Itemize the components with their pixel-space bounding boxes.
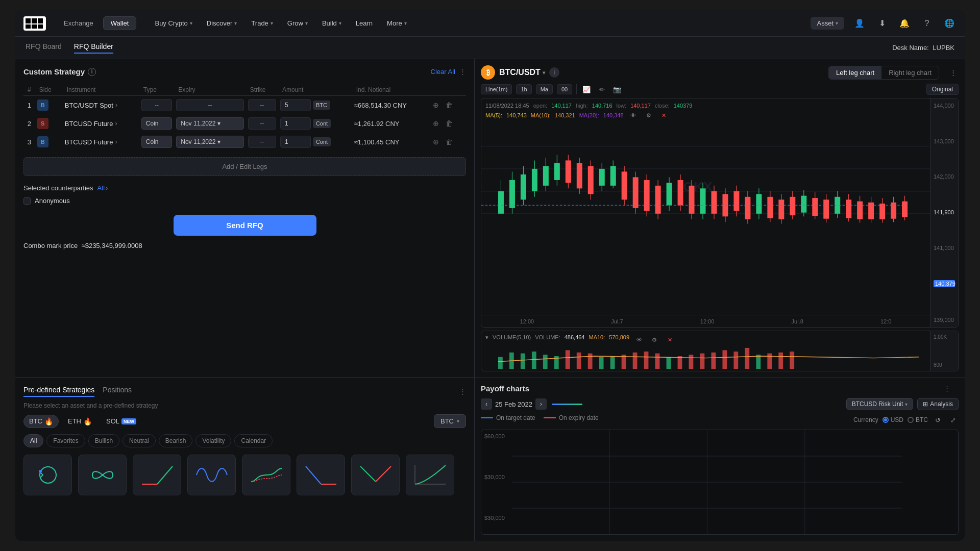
send-rfq-button[interactable]: Send RFQ [174,215,316,236]
category-filters: All Favorites Bullish Neutral Bearish Vo… [23,434,466,447]
payoff-refresh-icon[interactable]: ↺ [932,414,943,425]
learn-menu[interactable]: Learn [350,17,379,30]
cat-bullish-btn[interactable]: Bullish [88,434,119,447]
anonymous-checkbox[interactable] [23,197,31,205]
grow-menu[interactable]: Grow ▾ [281,17,314,30]
strategy-card-5[interactable] [242,455,290,495]
ma-eye-icon[interactable]: 👁 [628,110,639,121]
pair-info-icon[interactable]: i [549,67,559,78]
asset-button[interactable]: Asset ▾ [811,17,844,30]
cat-favorites-btn[interactable]: Favorites [46,434,85,447]
anonymous-label: Anonymous [35,197,70,205]
line-timeframe-btn[interactable]: Line(1m) [481,84,512,94]
clear-all-button[interactable]: Clear All [431,68,455,76]
delete-btn-3[interactable]: 🗑 [444,137,454,147]
svg-rect-115 [711,353,716,369]
type-input-1[interactable]: -- [141,99,172,111]
screenshot-icon[interactable]: 📷 [611,84,623,95]
globe-icon[interactable]: 🌐 [942,16,957,31]
risk-unit-dropdown[interactable]: BTCUSD Risk Unit ▾ [846,398,914,410]
info-icon[interactable]: i [88,68,96,76]
rfq-board-tab[interactable]: RFQ Board [26,42,62,54]
exchange-tab[interactable]: Exchange [56,16,101,30]
ma-settings-icon[interactable]: ⚙ [643,110,654,121]
payoff-more-icon[interactable]: ⋮ [944,385,950,392]
duplicate-btn-3[interactable]: ⊕ [431,137,441,147]
all-counterparties-link[interactable]: All › [97,184,108,192]
strike-input-1[interactable]: -- [248,99,276,111]
strategy-card-2[interactable] [78,455,127,495]
analysis-button[interactable]: ⊞ Analysis [917,398,959,410]
ma-close-icon[interactable]: ✕ [658,110,670,121]
left-leg-chart-tab[interactable]: Left leg chart [829,66,881,79]
strategies-tab[interactable]: Pre-defined Strategies [23,386,94,397]
btc-radio[interactable]: BTC [908,416,928,423]
leg-number-1: 1 [23,96,35,115]
ma-btn[interactable]: Ma [536,84,553,94]
amount-input-3[interactable]: 1 [280,136,311,148]
amount-input-2[interactable]: 1 [280,117,311,130]
strategy-card-6[interactable] [297,455,345,495]
duplicate-btn-1[interactable]: ⊕ [431,100,441,110]
trade-menu[interactable]: Trade ▾ [245,17,279,30]
sol-asset-btn[interactable]: SOL NEW [101,415,141,427]
date-slider[interactable] [552,404,582,405]
pair-name-dropdown[interactable]: BTC/USDT ▾ [499,68,545,77]
trend-icon[interactable]: 📈 [581,84,592,95]
col-type: Type [139,84,174,96]
amount-input-1[interactable]: 5 [280,99,311,111]
btc-asset-btn[interactable]: BTC 🔥 [23,415,59,428]
date-prev-btn[interactable]: ‹ [481,398,492,410]
pre-defined-more-icon[interactable]: ⋮ [459,388,466,395]
wallet-tab[interactable]: Wallet [103,16,137,30]
type-dropdown-3[interactable]: Coin [141,136,172,148]
more-options-icon[interactable]: ⋮ [459,68,466,76]
strategy-card-7[interactable] [351,455,400,495]
right-leg-chart-tab[interactable]: Right leg chart [881,66,939,79]
strategy-card-4[interactable] [187,455,236,495]
add-edit-legs-button[interactable]: Add / Edit Legs [23,157,466,176]
cat-volatility-btn[interactable]: Volatility [195,434,231,447]
delete-btn-2[interactable]: 🗑 [444,118,454,129]
user-icon[interactable]: 👤 [852,16,867,31]
type-dropdown-2[interactable]: Coin [141,117,172,130]
col-amount: Amount [278,84,352,96]
usd-radio[interactable]: USD [883,416,903,423]
strategy-card-3[interactable] [133,455,181,495]
interval-btn[interactable]: 1h [516,84,531,94]
original-btn[interactable]: Original [926,84,959,95]
delete-btn-1[interactable]: 🗑 [444,100,454,110]
cat-bearish-btn[interactable]: Bearish [159,434,193,447]
strategy-card-1[interactable] [23,455,72,495]
expiry-dropdown-2[interactable]: Nov 11,2022 ▾ [176,117,244,130]
strategy-card-8[interactable] [406,455,454,495]
cat-neutral-btn[interactable]: Neutral [122,434,156,447]
download-icon[interactable]: ⬇ [875,16,889,31]
payoff-expand-icon[interactable]: ⤢ [947,414,959,425]
bell-icon[interactable]: 🔔 [897,16,912,31]
asset-select-dropdown[interactable]: BTC ▾ [434,414,466,428]
chart-more-icon[interactable]: ⋮ [947,67,959,78]
draw-icon[interactable]: ✏ [596,84,607,95]
eth-asset-btn[interactable]: ETH 🔥 [63,415,97,428]
date-next-btn[interactable]: › [535,398,547,410]
cat-calendar-btn[interactable]: Calendar [234,434,273,447]
instrument-chevron[interactable]: › [115,102,117,109]
cat-all-btn[interactable]: All [23,434,43,447]
positions-tab[interactable]: Positions [103,386,132,397]
strike-input-2[interactable]: -- [248,117,276,130]
agg-btn[interactable]: 00 [557,84,572,94]
expiry-dropdown-3[interactable]: Nov 11,2022 ▾ [176,136,244,148]
discover-menu[interactable]: Discover ▾ [201,17,243,30]
instrument-chevron[interactable]: › [115,120,117,127]
svg-rect-4 [32,24,37,29]
instrument-chevron[interactable]: › [115,138,117,145]
buy-crypto-menu[interactable]: Buy Crypto ▾ [149,17,198,30]
expiry-input-1[interactable]: -- [176,99,244,111]
more-menu[interactable]: More ▾ [381,17,413,30]
rfq-builder-tab[interactable]: RFQ Builder [74,42,113,54]
build-menu[interactable]: Build ▾ [316,17,348,30]
help-icon[interactable]: ? [920,16,934,31]
duplicate-btn-2[interactable]: ⊕ [431,118,441,129]
strike-input-3[interactable]: -- [248,136,276,148]
